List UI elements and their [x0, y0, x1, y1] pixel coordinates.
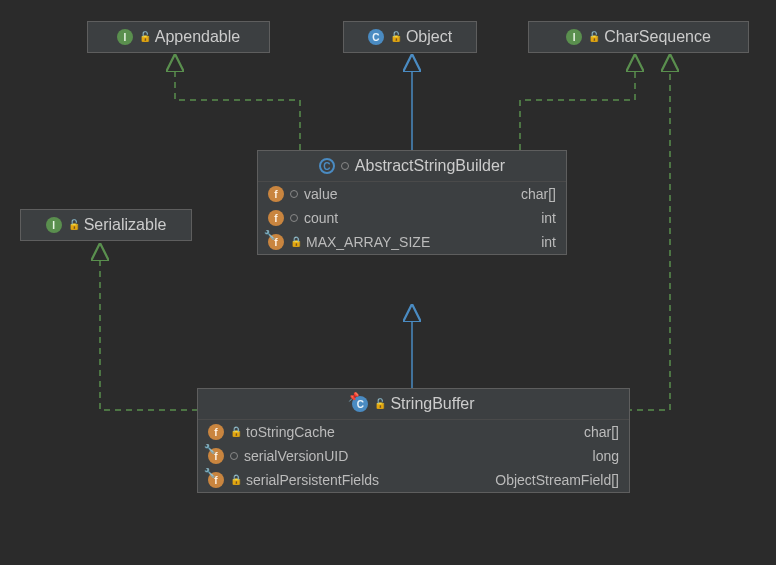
public-icon: 🔓: [374, 399, 384, 409]
package-vis-icon: [230, 452, 238, 460]
field-type: long: [593, 448, 619, 464]
final-class-icon: 📌C: [352, 396, 368, 412]
field-icon: f: [268, 210, 284, 226]
package-icon: [341, 162, 349, 170]
node-label: AbstractStringBuilder: [355, 157, 505, 175]
field-name: MAX_ARRAY_SIZE: [306, 234, 430, 250]
field-row: 🔧f serialVersionUID long: [198, 444, 629, 468]
interface-icon: I: [117, 29, 133, 45]
node-title: C AbstractStringBuilder: [258, 151, 566, 182]
public-icon: 🔓: [68, 220, 78, 230]
field-static-icon: 🔧f: [208, 472, 224, 488]
field-type: ObjectStreamField[]: [495, 472, 619, 488]
node-label: Appendable: [155, 28, 240, 46]
wrench-icon: 🔧: [204, 468, 215, 478]
interface-icon: I: [46, 217, 62, 233]
field-static-icon: 🔧f: [208, 448, 224, 464]
node-stringbuffer[interactable]: 📌C 🔓 StringBuffer f 🔒 toStringCache char…: [197, 388, 630, 493]
node-title: I 🔓 Serializable: [21, 210, 191, 240]
private-icon: 🔒: [230, 427, 240, 437]
public-icon: 🔓: [390, 32, 400, 42]
package-vis-icon: [290, 214, 298, 222]
field-type: char[]: [521, 186, 556, 202]
node-charsequence[interactable]: I 🔓 CharSequence: [528, 21, 749, 53]
node-abstractstringbuilder[interactable]: C AbstractStringBuilder f value char[] f…: [257, 150, 567, 255]
field-name: value: [304, 186, 337, 202]
node-label: Object: [406, 28, 452, 46]
node-title: I 🔓 CharSequence: [529, 22, 748, 52]
class-icon: C: [368, 29, 384, 45]
interface-icon: I: [566, 29, 582, 45]
node-label: Serializable: [84, 216, 167, 234]
public-icon: 🔓: [139, 32, 149, 42]
field-name: serialVersionUID: [244, 448, 348, 464]
field-row: f 🔒 toStringCache char[]: [198, 420, 629, 444]
field-static-icon: 🔧f: [268, 234, 284, 250]
field-row: f count int: [258, 206, 566, 230]
private-icon: 🔒: [230, 475, 240, 485]
field-name: count: [304, 210, 338, 226]
node-title: C 🔓 Object: [344, 22, 476, 52]
field-row: f value char[]: [258, 182, 566, 206]
field-row: 🔧f 🔒 MAX_ARRAY_SIZE int: [258, 230, 566, 254]
wrench-icon: 🔧: [264, 230, 275, 240]
wrench-icon: 🔧: [204, 444, 215, 454]
node-label: StringBuffer: [390, 395, 474, 413]
fields: f 🔒 toStringCache char[] 🔧f serialVersio…: [198, 420, 629, 492]
field-type: int: [541, 210, 556, 226]
field-type: char[]: [584, 424, 619, 440]
node-serializable[interactable]: I 🔓 Serializable: [20, 209, 192, 241]
pin-icon: 📌: [348, 392, 359, 402]
field-name: serialPersistentFields: [246, 472, 379, 488]
abstract-class-icon: C: [319, 158, 335, 174]
package-vis-icon: [290, 190, 298, 198]
fields: f value char[] f count int 🔧f 🔒 MAX_ARRA…: [258, 182, 566, 254]
field-type: int: [541, 234, 556, 250]
node-label: CharSequence: [604, 28, 711, 46]
node-title: I 🔓 Appendable: [88, 22, 269, 52]
field-icon: f: [268, 186, 284, 202]
field-row: 🔧f 🔒 serialPersistentFields ObjectStream…: [198, 468, 629, 492]
field-icon: f: [208, 424, 224, 440]
node-appendable[interactable]: I 🔓 Appendable: [87, 21, 270, 53]
public-icon: 🔓: [588, 32, 598, 42]
field-name: toStringCache: [246, 424, 335, 440]
node-title: 📌C 🔓 StringBuffer: [198, 389, 629, 420]
private-icon: 🔒: [290, 237, 300, 247]
node-object[interactable]: C 🔓 Object: [343, 21, 477, 53]
